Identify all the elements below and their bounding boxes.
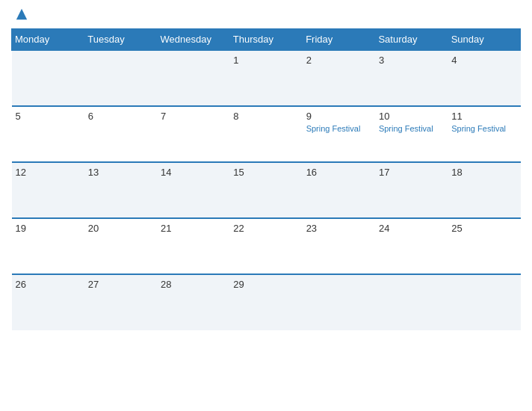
day-number: 15	[233, 167, 298, 178]
calendar-cell	[375, 274, 448, 330]
day-number: 21	[161, 223, 226, 234]
weekday-header: Monday	[12, 29, 84, 51]
calendar-cell: 27	[84, 274, 157, 330]
logo	[15, 7, 31, 21]
day-number: 19	[16, 223, 81, 234]
calendar-cell: 28	[157, 274, 229, 330]
calendar-cell: 20	[84, 218, 157, 274]
day-number: 7	[161, 111, 226, 122]
calendar-cell	[157, 50, 229, 106]
calendar-cell: 7	[157, 106, 229, 162]
day-number: 27	[88, 279, 153, 290]
calendar-cell	[303, 274, 375, 330]
calendar-cell	[448, 274, 520, 330]
calendar-header	[11, 7, 521, 21]
calendar-cell: 25	[448, 218, 520, 274]
calendar-cell: 19	[12, 218, 84, 274]
calendar-cell: 15	[229, 162, 302, 218]
calendar-event: Spring Festival	[451, 124, 516, 133]
calendar-week-row: 1234	[12, 50, 521, 106]
calendar-cell: 17	[375, 162, 448, 218]
calendar-cell: 26	[12, 274, 84, 330]
calendar-event: Spring Festival	[306, 124, 371, 133]
calendar-cell: 12	[12, 162, 84, 218]
day-number: 11	[451, 111, 516, 122]
day-number: 12	[16, 167, 81, 178]
calendar-week-row: 12131415161718	[12, 162, 521, 218]
day-number: 14	[161, 167, 226, 178]
calendar-cell: 23	[303, 218, 375, 274]
day-number: 9	[306, 111, 371, 122]
day-number: 29	[233, 279, 298, 290]
calendar-cell: 21	[157, 218, 229, 274]
weekday-header: Tuesday	[84, 29, 157, 51]
calendar-container: MondayTuesdayWednesdayThursdayFridaySatu…	[0, 0, 532, 411]
svg-marker-0	[16, 9, 27, 19]
weekday-header: Friday	[303, 29, 375, 51]
calendar-event: Spring Festival	[379, 124, 444, 133]
weekday-header-row: MondayTuesdayWednesdayThursdayFridaySatu…	[12, 29, 521, 51]
weekday-header: Sunday	[448, 29, 520, 51]
day-number: 8	[233, 111, 298, 122]
calendar-week-row: 56789Spring Festival10Spring Festival11S…	[12, 106, 521, 162]
calendar-cell: 6	[84, 106, 157, 162]
weekday-header: Wednesday	[157, 29, 229, 51]
calendar-cell: 11Spring Festival	[448, 106, 520, 162]
weekday-header: Thursday	[229, 29, 302, 51]
calendar-cell: 13	[84, 162, 157, 218]
calendar-cell: 24	[375, 218, 448, 274]
day-number: 25	[451, 223, 516, 234]
calendar-cell: 22	[229, 218, 302, 274]
calendar-cell: 9Spring Festival	[303, 106, 375, 162]
calendar-cell: 8	[229, 106, 302, 162]
calendar-cell: 2	[303, 50, 375, 106]
logo-icon	[15, 7, 28, 21]
day-number: 6	[88, 111, 153, 122]
calendar-cell: 4	[448, 50, 520, 106]
calendar-week-row: 19202122232425	[12, 218, 521, 274]
day-number: 3	[379, 55, 444, 66]
calendar-cell: 10Spring Festival	[375, 106, 448, 162]
day-number: 13	[88, 167, 153, 178]
calendar-cell	[84, 50, 157, 106]
calendar-cell	[12, 50, 84, 106]
day-number: 18	[451, 167, 516, 178]
calendar-cell: 3	[375, 50, 448, 106]
calendar-cell: 16	[303, 162, 375, 218]
calendar-table: MondayTuesdayWednesdayThursdayFridaySatu…	[11, 28, 521, 330]
calendar-week-row: 26272829	[12, 274, 521, 330]
calendar-cell: 5	[12, 106, 84, 162]
day-number: 16	[306, 167, 371, 178]
day-number: 2	[306, 55, 371, 66]
day-number: 1	[233, 55, 298, 66]
day-number: 26	[16, 279, 81, 290]
calendar-cell: 29	[229, 274, 302, 330]
day-number: 17	[379, 167, 444, 178]
calendar-body: 123456789Spring Festival10Spring Festiva…	[12, 50, 521, 330]
day-number: 5	[16, 111, 81, 122]
day-number: 28	[161, 279, 226, 290]
day-number: 4	[451, 55, 516, 66]
calendar-cell: 1	[229, 50, 302, 106]
calendar-thead: MondayTuesdayWednesdayThursdayFridaySatu…	[12, 29, 521, 51]
day-number: 20	[88, 223, 153, 234]
calendar-cell: 18	[448, 162, 520, 218]
day-number: 24	[379, 223, 444, 234]
day-number: 22	[233, 223, 298, 234]
weekday-header: Saturday	[375, 29, 448, 51]
day-number: 23	[306, 223, 371, 234]
calendar-cell: 14	[157, 162, 229, 218]
day-number: 10	[379, 111, 444, 122]
